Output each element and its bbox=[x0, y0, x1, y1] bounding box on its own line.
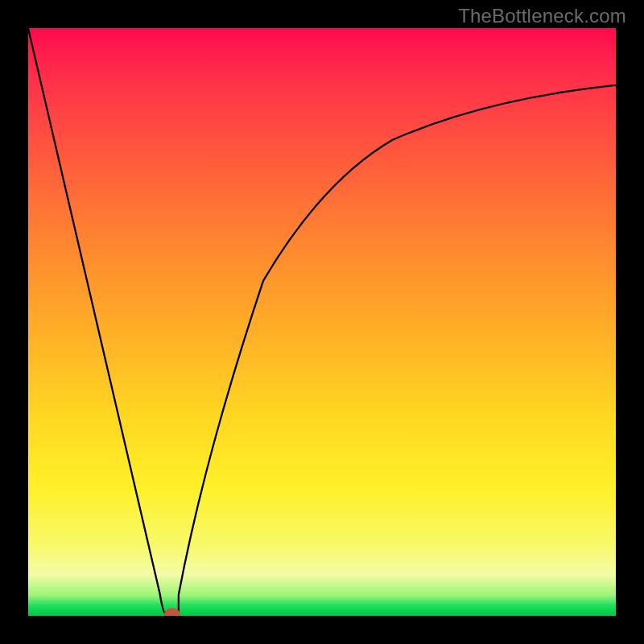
chart-frame: TheBottleneck.com bbox=[0, 0, 644, 644]
curve-layer bbox=[28, 28, 616, 616]
bottleneck-curve bbox=[28, 28, 616, 615]
plot-area bbox=[28, 28, 616, 616]
watermark-text: TheBottleneck.com bbox=[458, 5, 626, 27]
